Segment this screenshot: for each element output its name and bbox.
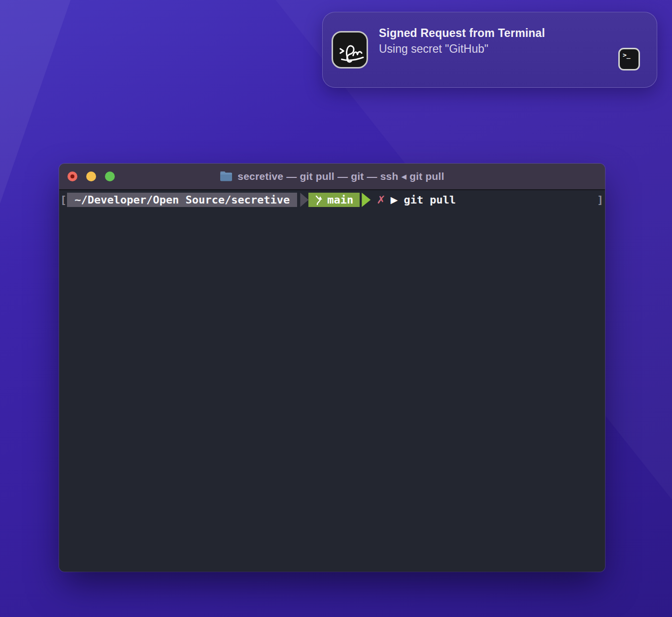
- notification-title: Signed Request from Terminal: [379, 25, 603, 41]
- prompt-left-bracket: [: [60, 193, 67, 207]
- prompt-path-segment: ~/Developer/Open Source/secretive: [67, 193, 297, 207]
- branch-name: main: [327, 193, 353, 207]
- terminal-icon-glyph: >_: [623, 51, 631, 59]
- notification-text: Signed Request from Terminal Using secre…: [379, 25, 603, 57]
- terminal-app-icon: >_: [618, 48, 640, 70]
- git-branch-icon: [315, 195, 323, 205]
- close-button[interactable]: [67, 171, 77, 181]
- traffic-lights: [67, 164, 115, 189]
- terminal-window: secretive — git pull — git — ssh ◂ git p…: [59, 164, 605, 572]
- notification-banner[interactable]: Signed Request from Terminal Using secre…: [322, 12, 657, 88]
- prompt-right-bracket: ]: [597, 193, 604, 207]
- window-title: secretive — git pull — git — ssh ◂ git p…: [237, 171, 444, 182]
- prompt-spacer: [456, 193, 597, 207]
- folder-icon: [220, 171, 233, 182]
- status-error-icon: ✗: [376, 193, 385, 207]
- terminal-body[interactable]: [ ~/Developer/Open Source/secretive main…: [59, 190, 605, 572]
- notification-subtitle: Using secret "GitHub": [379, 41, 603, 57]
- prompt-caret-icon: ▶: [391, 193, 398, 207]
- typed-command: git pull: [403, 193, 456, 207]
- unsaved-dot: [70, 174, 74, 178]
- prompt-line: [ ~/Developer/Open Source/secretive main…: [59, 193, 605, 207]
- powerline-separator-icon: [300, 193, 308, 207]
- minimize-button[interactable]: [86, 171, 96, 181]
- signature-icon: [336, 35, 364, 64]
- powerline-arrow-icon: [362, 193, 370, 207]
- zoom-button[interactable]: [105, 171, 115, 181]
- terminal-titlebar[interactable]: secretive — git pull — git — ssh ◂ git p…: [59, 164, 605, 190]
- secretive-app-icon: [332, 31, 368, 69]
- prompt-branch-segment: main: [308, 193, 360, 207]
- titlebar-center: secretive — git pull — git — ssh ◂ git p…: [220, 171, 444, 182]
